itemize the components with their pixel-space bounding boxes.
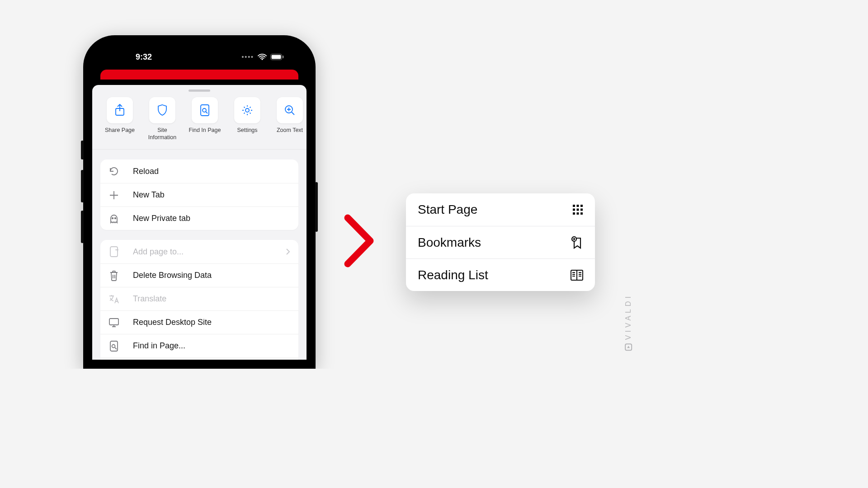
menu-group-1: Reload New Tab New Private tab: [100, 160, 298, 230]
svg-rect-17: [577, 205, 579, 207]
add-page-icon: [108, 246, 119, 257]
svg-point-5: [203, 108, 206, 112]
quick-action-label: Find In Page: [189, 127, 221, 134]
menu-item-label: New Tab: [133, 190, 165, 200]
reload-icon: [108, 166, 119, 176]
svg-rect-23: [577, 212, 579, 215]
grid-icon: [572, 204, 583, 215]
menu-delete-browsing-data[interactable]: Delete Browsing Data: [100, 263, 298, 287]
menu-item-label: Reload: [133, 167, 159, 176]
menu-new-tab[interactable]: New Tab: [100, 183, 298, 206]
quick-action-label: Share Page: [105, 127, 135, 134]
menu-request-desktop-site[interactable]: Request Desktop Site: [100, 310, 298, 334]
svg-rect-21: [580, 209, 583, 211]
quick-actions-row: Share Page Site Information: [92, 94, 307, 150]
svg-rect-16: [573, 205, 575, 207]
quick-action-label: Site Information: [143, 127, 182, 141]
chevron-right-icon: [286, 248, 290, 255]
ghost-icon: [108, 214, 119, 224]
menu-find-in-page[interactable]: Find in Page...: [100, 334, 298, 357]
popover-reading-list[interactable]: Reading List: [406, 258, 595, 291]
svg-rect-1: [272, 55, 281, 59]
menu-item-label: Find in Page...: [133, 341, 185, 351]
svg-rect-12: [109, 319, 118, 325]
svg-rect-2: [283, 56, 284, 58]
quick-action-find-in-page[interactable]: Find In Page: [185, 97, 224, 141]
quick-action-site-information[interactable]: Site Information: [143, 97, 182, 141]
phone-screen: 9:32 ••••: [92, 44, 307, 360]
action-sheet: Share Page Site Information: [92, 85, 307, 360]
menu-item-label: New Private tab: [133, 214, 190, 223]
popover-item-label: Bookmarks: [418, 235, 481, 250]
svg-rect-4: [201, 105, 209, 116]
menu-item-label: Request Desktop Site: [133, 318, 212, 327]
svg-point-9: [112, 217, 113, 219]
quick-action-label: Settings: [237, 127, 257, 134]
svg-rect-11: [110, 247, 118, 257]
svg-rect-20: [577, 209, 579, 211]
popover-start-page[interactable]: Start Page: [406, 193, 595, 226]
vivaldi-logo-icon: [625, 343, 632, 351]
popover-bookmarks[interactable]: Bookmarks: [406, 226, 595, 258]
svg-rect-18: [580, 205, 583, 207]
svg-point-10: [115, 217, 116, 219]
menu-add-page-to[interactable]: Add page to...: [100, 240, 298, 263]
reading-list-icon: [571, 270, 583, 281]
arrow-right-icon: [341, 211, 377, 270]
zoom-in-icon: [284, 104, 296, 116]
quick-action-share-page[interactable]: Share Page: [100, 97, 139, 141]
quick-action-label: Zoom Text: [277, 127, 303, 134]
menu-item-label: Delete Browsing Data: [133, 271, 212, 280]
translate-icon: [108, 294, 119, 304]
add-page-to-popover: Start Page Bookmarks Reading List: [406, 193, 595, 291]
watermark-text: VIVALDI: [624, 294, 632, 340]
quick-action-zoom-text[interactable]: Zoom Text: [270, 97, 307, 141]
trash-icon: [108, 270, 119, 281]
gear-icon: [241, 104, 253, 116]
menu-translate[interactable]: Translate: [100, 287, 298, 310]
menu-item-label: Add page to...: [133, 247, 184, 257]
page-search-icon: [200, 104, 210, 116]
share-icon: [114, 104, 125, 117]
desktop-icon: [108, 318, 119, 328]
cell-dots-icon: ••••: [241, 53, 254, 61]
svg-rect-19: [573, 209, 575, 211]
menu-group-2: Add page to... Delete Browsing Data: [100, 240, 298, 360]
svg-point-6: [245, 108, 249, 112]
popover-item-label: Start Page: [418, 202, 477, 217]
status-time: 9:32: [136, 52, 152, 62]
page-search-icon: [108, 341, 119, 352]
shield-icon: [157, 104, 167, 116]
popover-item-label: Reading List: [418, 268, 488, 282]
phone-frame: 9:32 ••••: [83, 35, 316, 369]
svg-point-14: [112, 344, 115, 347]
menu-item-label: Translate: [133, 294, 166, 304]
menu-reload[interactable]: Reload: [100, 160, 298, 183]
battery-icon: [270, 54, 284, 60]
svg-rect-13: [110, 341, 118, 351]
menu-zoom-text[interactable]: Zoom Text...: [100, 357, 298, 360]
menu-new-private-tab[interactable]: New Private tab: [100, 206, 298, 230]
vivaldi-watermark: VIVALDI: [624, 294, 632, 351]
sheet-grabber[interactable]: [189, 89, 210, 92]
bookmark-add-icon: [571, 236, 583, 249]
wifi-icon: [258, 54, 267, 61]
status-bar: 9:32 ••••: [92, 44, 307, 70]
plus-icon: [108, 190, 119, 200]
quick-action-settings[interactable]: Settings: [228, 97, 267, 141]
svg-rect-24: [580, 212, 583, 215]
svg-rect-22: [573, 212, 575, 215]
tab-strip: [100, 70, 298, 80]
